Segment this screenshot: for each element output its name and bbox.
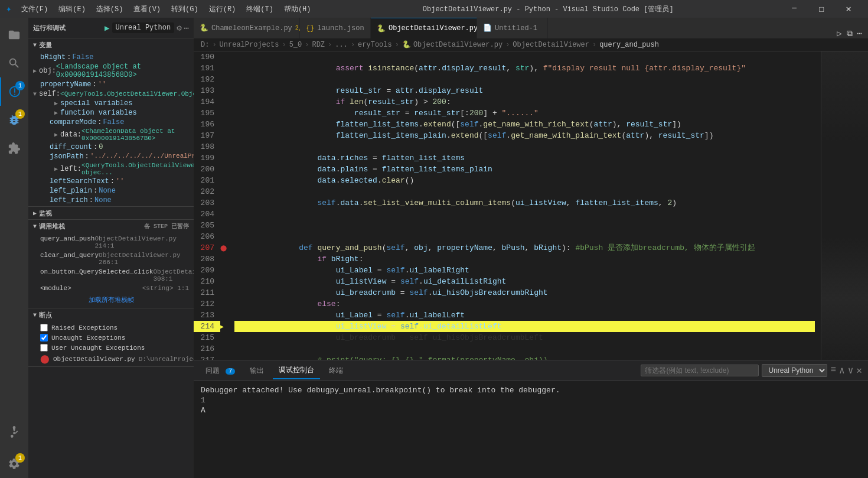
bp-raised[interactable]: Raised Exceptions [28,323,194,333]
filter-input[interactable] [641,365,759,376]
var-propname[interactable]: propertyName : '' [28,80,194,89]
var-data-key: data [60,131,77,139]
call-item-0[interactable]: query_and_push ObjectDetailViewer.py 214… [28,234,194,251]
activity-git[interactable]: 1 [0,77,28,106]
variables-arrow: ▼ [33,42,37,48]
special-vars: ▶ special variables ▶ function variables… [28,99,194,205]
ln-197: 197 [194,130,220,141]
code-190: assert isinstance(attr.display_result, s… [234,51,815,63]
window-controls[interactable]: − ☐ ✕ [781,0,862,18]
watch-section: ▶ 监视 [28,207,194,220]
more-icon[interactable]: ⋯ [184,23,189,33]
panel-tab-debug[interactable]: 调试控制台 [273,362,320,379]
code-content[interactable]: assert isinstance(attr.display_result, s… [229,51,821,360]
run-file-icon[interactable]: ▷ [837,28,841,38]
var-bright[interactable]: bRight : False [28,53,194,62]
bp-uncaught[interactable]: Uncaught Exceptions [28,333,194,343]
panel-tab-problems[interactable]: 问题 7 [200,363,241,379]
var-leftplain[interactable]: left_plain : None [50,186,194,196]
variables-content: bRight : False ▶ obj : <Landscape object… [28,51,194,206]
callstack-header[interactable]: ▼ 调用堆栈 各 STEP 已暂停 [28,220,194,233]
tab-chameleon[interactable]: 🐍 ChameleonExample.py 2, M [194,18,300,38]
call-item-3[interactable]: <module> <string> 1:1 [28,284,194,293]
run-label[interactable]: Unreal Python [112,22,175,33]
activity-test[interactable] [0,418,28,447]
function-vars-label: function variables [60,109,137,117]
more-tabs-icon[interactable]: ⋯ [857,28,862,38]
close-button[interactable]: ✕ [835,0,862,18]
menu-bar[interactable]: 文件(F) 编辑(E) 选择(S) 查看(V) 转到(G) 运行(R) 终端(T… [17,2,316,16]
minimize-button[interactable]: − [781,0,808,18]
panel-chevron-down-icon[interactable]: ∨ [848,365,854,376]
ln-204: 204 [194,209,220,220]
g-190 [220,51,229,63]
tab-launch[interactable]: {} launch.json [300,18,371,38]
var-leftrich[interactable]: left_rich : None [50,196,194,205]
var-comparemode[interactable]: compareMode : False [50,118,194,127]
g-210 [220,276,229,287]
tab-launch-icon: {} [306,24,314,32]
var-self[interactable]: ▼ self : <QueryTools.ObjectDetailViewer.… [28,89,194,99]
function-vars-expand[interactable]: ▶ function variables [50,108,194,118]
variables-header[interactable]: ▼ 变量 [28,38,194,51]
watch-arrow: ▶ [33,210,37,217]
maximize-button[interactable]: ☐ [808,0,835,18]
bp-raised-check[interactable] [40,324,48,331]
activity-explorer[interactable] [0,21,28,49]
ln-193: 193 [194,85,220,96]
ln-196: 196 [194,119,220,130]
bp-user-uncaught[interactable]: User Uncaught Exceptions [28,343,194,353]
tab-untitled[interactable]: 📄 Untitled-1 [477,18,548,38]
menu-help[interactable]: 帮助(H) [279,2,316,16]
var-diffcount[interactable]: diff_count : 0 [50,142,194,152]
activity-debug[interactable]: 1 [0,106,28,134]
activity-extensions[interactable] [0,134,28,162]
menu-goto[interactable]: 转到(G) [167,2,203,16]
panel-tab-terminal[interactable]: 终端 [323,363,349,379]
call-item-1[interactable]: clear_and_query ObjectDetailViewer.py 26… [28,251,194,267]
g-196 [220,119,229,130]
var-leftsearch[interactable]: leftSearchText : '' [50,177,194,186]
code-204 [234,209,815,220]
panel-content: Debugger attached! Use debugpy_unreal.br… [194,381,868,478]
watch-header[interactable]: ▶ 监视 [28,207,194,220]
breakpoints-header[interactable]: ▼ 断点 [28,308,194,321]
tab-objectdetail[interactable]: 🐍 ObjectDetailViewer.py 5 ✕ [371,18,477,38]
tab-chameleon-label: ChameleonExample.py [211,24,292,32]
bp-user-uncaught-check[interactable] [40,344,48,352]
var-obj[interactable]: ▶ obj : <Landscape object at 0x000001914… [28,62,194,80]
activity-search[interactable] [0,49,28,77]
bp-file[interactable]: ⬤ ObjectDetailViewer.py D:\UnrealProject… [28,353,194,365]
run-play-icon[interactable]: ▶ [105,23,109,33]
special-vars-expand[interactable]: ▶ special variables [50,99,194,108]
bc-projects: UnrealProjects [220,41,279,49]
bp-uncaught-check[interactable] [40,334,48,342]
tab-launch-label: launch.json [317,24,364,32]
split-editor-icon[interactable]: ⧉ [847,29,853,38]
code-202: self.data.set_list_view_multi_column_ite… [234,186,815,197]
menu-run[interactable]: 运行(R) [204,2,241,16]
bc-class: ObjectDetailViewer [513,41,589,49]
call-line-0: 214:1 [94,242,114,249]
menu-select[interactable]: 选择(S) [92,2,128,16]
var-jsonpath[interactable]: jsonPath : '../../../../../../UnrealProj… [50,152,194,161]
var-data[interactable]: ▶ data : <ChameleonData object at 0x0000… [50,127,194,142]
panel-tab-output[interactable]: 输出 [244,363,270,379]
panel-dropdown[interactable]: Unreal Python [762,364,827,377]
call-item-2[interactable]: on_button_QuerySelected_click ObjectDeta… [28,267,194,284]
var-left[interactable]: ▶ left : <QueryTools.ObjectDetailViewer.… [50,161,194,177]
menu-view[interactable]: 查看(V) [129,2,165,16]
menu-edit[interactable]: 编辑(E) [54,2,90,16]
ln-214: 214 [194,321,220,332]
bc-file: ObjectDetailViewer.py [413,41,502,49]
activity-settings[interactable]: 1 [0,450,28,478]
panel-close-icon[interactable]: ✕ [856,365,862,376]
menu-file[interactable]: 文件(F) [17,2,53,16]
titlebar: ✦ 文件(F) 编辑(E) 选择(S) 查看(V) 转到(G) 运行(R) 终端… [0,0,868,18]
menu-terminal[interactable]: 终端(T) [242,2,278,16]
load-all-frames[interactable]: 加载所有堆栈帧 [28,293,194,307]
panel-chevron-up-icon[interactable]: ∧ [839,365,845,376]
settings-icon[interactable]: ⚙ [177,23,181,33]
panel-list-icon[interactable]: ≡ [830,365,836,376]
tab-untitled-icon: 📄 [483,24,492,32]
